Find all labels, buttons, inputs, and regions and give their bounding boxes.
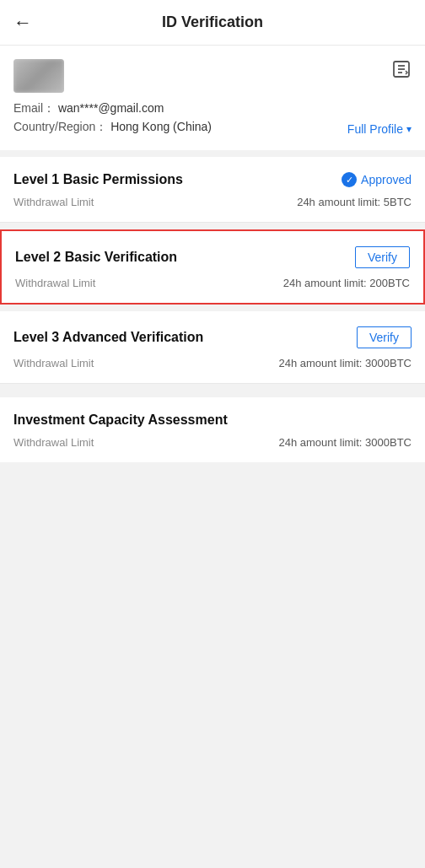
- level3-title: Level 3 Advanced Verification: [13, 330, 203, 345]
- level1-withdrawal-label: Withdrawal Limit: [13, 196, 94, 208]
- profile-section: Email： wan****@gmail.com Country/Region：…: [0, 46, 425, 150]
- profile-top-row: [13, 59, 412, 93]
- investment-title: Investment Capacity Assessment: [13, 412, 412, 428]
- level3-withdrawal-label: Withdrawal Limit: [13, 357, 94, 369]
- level2-header: Level 2 Basic Verification Verify: [15, 246, 410, 268]
- full-profile-label: Full Profile: [347, 122, 403, 136]
- email-label: Email：: [13, 101, 55, 115]
- level2-title: Level 2 Basic Verification: [15, 250, 177, 265]
- divider-4: [0, 384, 425, 391]
- investment-withdrawal-label: Withdrawal Limit: [13, 436, 94, 449]
- level3-withdrawal-row: Withdrawal Limit 24h amount limit: 3000B…: [13, 357, 412, 369]
- back-button[interactable]: ←: [13, 12, 32, 34]
- email-value: wan****@gmail.com: [58, 101, 164, 115]
- divider-3: [0, 305, 425, 311]
- approved-check-icon: ✓: [342, 172, 357, 187]
- level2-verify-button[interactable]: Verify: [355, 246, 410, 268]
- level1-header: Level 1 Basic Permissions ✓ Approved: [13, 172, 412, 187]
- investment-withdrawal-row: Withdrawal Limit 24h amount limit: 3000B…: [13, 436, 412, 449]
- email-row: Email： wan****@gmail.com: [13, 101, 412, 116]
- level2-withdrawal-row: Withdrawal Limit 24h amount limit: 200BT…: [15, 277, 410, 289]
- country-row: Country/Region： Hong Kong (China) Full P…: [13, 120, 412, 138]
- country-label: Country/Region：: [13, 120, 107, 133]
- level1-withdrawal-value: 24h amount limit: 5BTC: [297, 196, 412, 208]
- divider-1: [0, 150, 425, 157]
- country-value: Hong Kong (China): [110, 120, 212, 133]
- level2-section: Level 2 Basic Verification Verify Withdr…: [0, 229, 425, 305]
- divider-2: [0, 223, 425, 229]
- profile-info: Email： wan****@gmail.com Country/Region：…: [13, 101, 412, 138]
- level1-withdrawal-row: Withdrawal Limit 24h amount limit: 5BTC: [13, 196, 412, 208]
- level1-title: Level 1 Basic Permissions: [13, 172, 183, 187]
- approved-badge: ✓ Approved: [342, 172, 412, 187]
- chevron-down-icon: ▾: [406, 123, 412, 135]
- approved-label: Approved: [361, 173, 412, 186]
- level1-section: Level 1 Basic Permissions ✓ Approved Wit…: [0, 157, 425, 223]
- level3-header: Level 3 Advanced Verification Verify: [13, 326, 412, 348]
- investment-withdrawal-value: 24h amount limit: 3000BTC: [278, 436, 412, 449]
- avatar: [13, 59, 64, 93]
- investment-section: Investment Capacity Assessment Withdrawa…: [0, 397, 425, 462]
- profile-icon-button[interactable]: [391, 59, 412, 84]
- page-title: ID Verification: [162, 13, 263, 31]
- level2-withdrawal-label: Withdrawal Limit: [15, 277, 95, 289]
- level2-withdrawal-value: 24h amount limit: 200BTC: [283, 277, 410, 289]
- page-header: ← ID Verification: [0, 0, 425, 46]
- full-profile-link[interactable]: Full Profile ▾: [347, 122, 412, 136]
- level3-verify-button[interactable]: Verify: [357, 326, 412, 348]
- level3-section: Level 3 Advanced Verification Verify Wit…: [0, 311, 425, 384]
- level3-withdrawal-value: 24h amount limit: 3000BTC: [278, 357, 412, 369]
- country-info: Country/Region： Hong Kong (China): [13, 120, 212, 135]
